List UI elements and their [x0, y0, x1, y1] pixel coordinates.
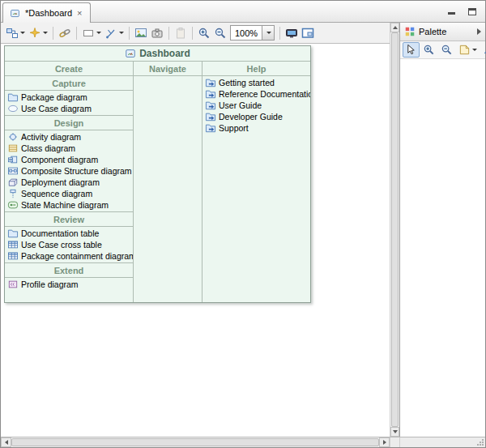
review-group: Documentation table Use Case cross table… [5, 227, 133, 263]
item-class-diagram[interactable]: Class diagram [5, 143, 133, 154]
dashboard-title: Dashboard [139, 48, 190, 59]
connection-tool-icon [483, 44, 486, 56]
paste-button [173, 24, 189, 42]
connection-tool-button[interactable] [480, 42, 486, 58]
view-controls [446, 6, 478, 15]
diagram-canvas[interactable]: Dashboard Create Capture Package diagram [1, 44, 390, 437]
item-label: Component diagram [21, 155, 98, 164]
export-image-button[interactable] [133, 24, 149, 42]
class-diagram-icon [7, 143, 19, 153]
use-case-diagram-icon [7, 104, 19, 113]
resize-grip[interactable] [475, 437, 485, 447]
zoom-dropdown-button[interactable] [262, 26, 274, 40]
vertical-scroll-thumb[interactable] [391, 32, 399, 427]
item-package-diagram[interactable]: Package diagram [5, 92, 133, 103]
zoom-in-tool-icon [423, 44, 435, 56]
zoom-in-button[interactable] [196, 24, 212, 42]
scroll-left-button[interactable] [1, 437, 11, 447]
horizontal-scroll-thumb[interactable] [11, 438, 379, 446]
shape-style-button[interactable] [80, 24, 103, 42]
item-label: Reference Documentation [219, 89, 310, 99]
help-folder-icon [205, 112, 216, 122]
item-developer-guide[interactable]: Developer Guide [202, 111, 310, 122]
state-machine-diagram-icon [7, 200, 19, 210]
snapshot-icon [151, 27, 164, 40]
item-profile-diagram[interactable]: Profile diagram [5, 279, 133, 290]
toolbar-separator [129, 27, 130, 40]
display-mode-button[interactable] [284, 24, 300, 42]
tab-close-icon[interactable]: × [76, 9, 83, 18]
item-label: Profile diagram [21, 279, 79, 289]
palette-zoom-out-button[interactable] [438, 42, 455, 58]
zoom-out-button[interactable] [212, 24, 228, 42]
tab-dashboard[interactable]: *Dashboard × [2, 2, 91, 23]
palette-body[interactable] [400, 59, 485, 437]
new-element-button[interactable] [27, 24, 49, 42]
item-label: Sequence diagram [21, 189, 92, 198]
zoom-in-icon [198, 27, 211, 40]
minimize-button[interactable] [446, 6, 457, 15]
item-use-case-cross-table[interactable]: Use Case cross table [5, 239, 133, 250]
item-documentation-table[interactable]: Documentation table [5, 228, 133, 239]
chevron-down-icon [119, 32, 124, 34]
dashboard-icon [125, 48, 136, 59]
palette-toolbar [400, 41, 485, 59]
arrow-left-icon [5, 440, 8, 445]
maximize-button[interactable] [467, 6, 478, 15]
palette-header[interactable]: Palette [400, 23, 485, 41]
overview-icon [301, 27, 314, 40]
chevron-down-icon [43, 32, 48, 34]
new-diagram-button[interactable] [4, 24, 27, 42]
dashboard-title-row: Dashboard [5, 46, 310, 61]
link-editor-button[interactable] [57, 24, 73, 42]
maximize-icon [468, 8, 476, 15]
item-user-guide[interactable]: User Guide [202, 100, 310, 111]
palette-zoom-in-button[interactable] [420, 42, 437, 58]
new-element-icon [28, 27, 41, 40]
palette-title: Palette [419, 27, 446, 36]
scrollbar-corner [390, 437, 399, 447]
routing-style-button[interactable] [103, 24, 126, 42]
package-diagram-icon [7, 92, 19, 102]
link-icon [58, 27, 71, 40]
item-use-case-diagram[interactable]: Use Case diagram [5, 103, 133, 114]
navigate-header: Navigate [134, 62, 202, 76]
scroll-up-button[interactable] [390, 23, 399, 32]
create-header: Create [5, 62, 133, 76]
app-window: *Dashboard × [0, 0, 486, 448]
palette-collapse-icon[interactable] [477, 28, 481, 35]
scroll-down-button[interactable] [390, 427, 399, 437]
chevron-down-icon [20, 32, 25, 34]
help-folder-icon [205, 89, 216, 99]
item-deployment-diagram[interactable]: Deployment diagram [5, 177, 133, 188]
item-label: Support [219, 123, 249, 133]
item-label: State Machine diagram [21, 200, 109, 210]
vertical-scrollbar[interactable] [390, 23, 399, 437]
item-sequence-diagram[interactable]: Sequence diagram [5, 188, 133, 199]
horizontal-scrollbar[interactable] [1, 437, 390, 447]
help-header: Help [202, 62, 310, 76]
item-state-machine-diagram[interactable]: State Machine diagram [5, 199, 133, 211]
item-package-containment-diagram[interactable]: Package containment diagram [5, 250, 133, 262]
package-containment-diagram-icon [7, 251, 19, 261]
overview-button[interactable] [300, 24, 316, 42]
item-activity-diagram[interactable]: Activity diagram [5, 131, 133, 143]
scroll-right-button[interactable] [379, 437, 390, 447]
item-support[interactable]: Support [202, 122, 310, 134]
item-composite-structure-diagram[interactable]: Composite Structure diagram [5, 165, 133, 177]
select-tool-button[interactable] [403, 42, 420, 58]
toolbar-separator [192, 27, 193, 40]
item-reference-documentation[interactable]: Reference Documentation [202, 88, 310, 100]
status-area [399, 437, 485, 447]
item-component-diagram[interactable]: Component diagram [5, 154, 133, 165]
editor-tab-bar: *Dashboard × [1, 1, 485, 23]
component-diagram-icon [7, 155, 19, 164]
zoom-level-select[interactable]: 100% [230, 25, 275, 41]
note-tool-button[interactable] [456, 42, 480, 58]
export-image-icon [134, 27, 147, 40]
new-diagram-icon [6, 27, 19, 40]
dashboard-create-column: Create Capture Package diagram Use Case … [5, 62, 133, 302]
item-getting-started[interactable]: Getting started [202, 77, 310, 88]
snapshot-button[interactable] [149, 24, 165, 42]
toolbar-separator [168, 27, 169, 40]
